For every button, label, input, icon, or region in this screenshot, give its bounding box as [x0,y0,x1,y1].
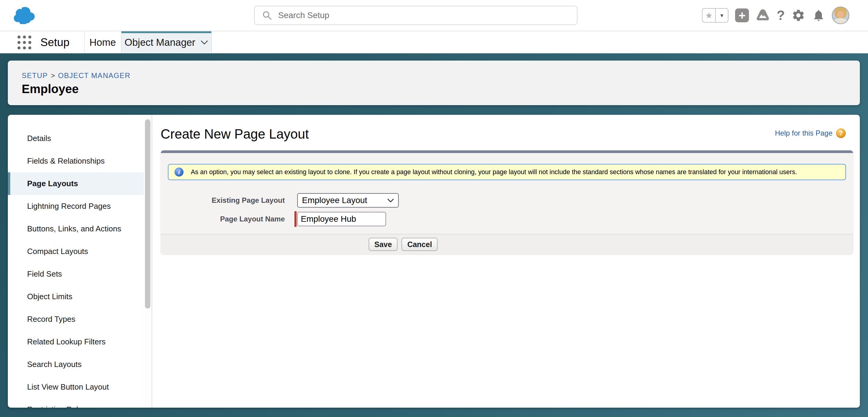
app-name-label: Setup [40,36,70,49]
save-button[interactable]: Save [369,238,398,251]
search-icon [262,11,272,20]
sidebar-item-object-limits[interactable]: Object Limits [8,285,144,308]
page-layout-name-row: Page Layout Name [168,211,846,227]
page-layout-name-input[interactable] [297,212,386,226]
breadcrumb: SETUP>OBJECT MANAGER [22,71,860,80]
favorites-star-icon[interactable]: ★ [703,9,715,22]
sidebar-item-related-lookup-filters[interactable]: Related Lookup Filters [8,330,144,353]
sidebar-item-restriction-rules[interactable]: Restriction Rules [8,398,144,408]
cancel-button[interactable]: Cancel [401,238,438,251]
chevron-down-icon [201,40,208,44]
sidebar-item-list-view-button-layout[interactable]: List View Button Layout [8,376,144,398]
salesforce-logo [12,7,36,24]
sidebar-item-field-sets[interactable]: Field Sets [8,263,144,285]
object-title: Employee [22,82,860,96]
search-setup-input[interactable] [278,10,577,20]
sidebar-item-buttons-links-actions[interactable]: Buttons, Links, and Actions [8,218,144,240]
object-sidebar: Details Fields & Relationships Page Layo… [8,115,144,408]
required-field-bar [294,211,297,227]
tab-home[interactable]: Home [85,31,121,53]
info-icon: i [175,167,184,177]
help-for-this-page-link[interactable]: Help for this Page [775,129,832,137]
help-for-this-page: Help for this Page ? [775,128,846,138]
sidebar-item-page-layouts[interactable]: Page Layouts [8,172,144,195]
existing-page-layout-label: Existing Page Layout [168,196,285,204]
setup-nav-bar: Setup Home Object Manager [0,31,868,53]
tab-object-manager[interactable]: Object Manager [121,31,212,53]
notifications-bell-icon[interactable] [812,9,825,22]
tab-object-manager-label: Object Manager [124,37,195,48]
setup-canvas: SETUP>OBJECT MANAGER Employee Details Fi… [0,53,868,417]
page-layout-content: Create New Page Layout Help for this Pag… [152,115,860,408]
setup-gear-icon[interactable] [792,8,805,22]
panel-top-bar [161,150,853,153]
user-avatar[interactable] [832,7,849,24]
help-page-icon[interactable]: ? [836,128,846,138]
sidebar-item-search-layouts[interactable]: Search Layouts [8,353,144,376]
sidebar-item-record-types[interactable]: Record Types [8,308,144,330]
object-header-card: SETUP>OBJECT MANAGER Employee [8,61,860,105]
existing-page-layout-value: Employee Layout [302,196,367,205]
sidebar-item-details[interactable]: Details [8,127,144,150]
global-header: ★ ▾ + ? [0,0,868,31]
object-manager-card: Details Fields & Relationships Page Layo… [8,115,860,408]
breadcrumb-link-object-manager[interactable]: OBJECT MANAGER [58,71,130,79]
create-layout-panel: i As an option, you may select an existi… [161,150,853,254]
trailhead-guidance-icon[interactable] [755,9,770,22]
sidebar-item-compact-layouts[interactable]: Compact Layouts [8,240,144,263]
header-icon-group: ★ ▾ + ? [702,0,849,31]
form-button-bar: Save Cancel [161,234,853,254]
sidebar-scrollbar[interactable] [144,115,152,408]
favorites-control: ★ ▾ [702,8,728,23]
quick-create-plus-icon[interactable]: + [735,8,749,22]
app-launcher-icon[interactable] [18,36,31,50]
salesforce-setup-page: ★ ▾ + ? [0,0,868,417]
page-title: Create New Page Layout [161,126,860,142]
page-layout-name-label: Page Layout Name [168,215,285,223]
favorites-dropdown-icon[interactable]: ▾ [715,9,728,22]
sidebar-item-lightning-record-pages[interactable]: Lightning Record Pages [8,195,144,218]
sidebar-item-fields-relationships[interactable]: Fields & Relationships [8,150,144,172]
existing-page-layout-row: Existing Page Layout Employee Layout [168,193,846,207]
global-search-box [254,6,578,25]
breadcrumb-separator: > [51,71,55,79]
existing-page-layout-select[interactable]: Employee Layout [297,193,399,207]
panel-body: i As an option, you may select an existi… [161,153,853,234]
info-banner-text: As an option, you may select an existing… [191,168,797,176]
help-question-icon[interactable]: ? [777,8,785,23]
sidebar-scrollbar-thumb[interactable] [145,119,150,309]
breadcrumb-link-setup[interactable]: SETUP [22,71,48,79]
select-chevron-down-icon [387,198,394,202]
info-banner: i As an option, you may select an existi… [168,164,846,180]
